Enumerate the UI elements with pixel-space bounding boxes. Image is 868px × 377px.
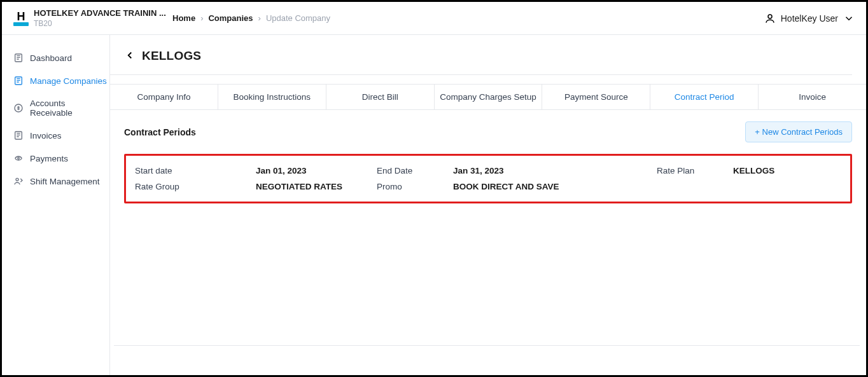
tab-direct-bill[interactable]: Direct Bill (326, 85, 435, 109)
contract-period-card[interactable]: Start date Jan 01, 2023 End Date Jan 31,… (124, 154, 852, 203)
chevron-right-icon: › (258, 13, 261, 23)
chevron-right-icon: › (200, 13, 203, 23)
brand-title: HOTELKEY ADVANCE TRAININ ... (34, 8, 166, 18)
dashboard-icon (13, 53, 24, 63)
section-title: Contract Periods (124, 127, 196, 137)
sidebar-item-manage-companies[interactable]: Manage Companies (13, 69, 109, 92)
label-rate-group: Rate Group (135, 182, 256, 191)
sidebar-item-label: Manage Companies (30, 76, 107, 86)
user-name: HotelKey User (781, 13, 838, 24)
label-start-date: Start date (135, 166, 256, 175)
sidebar-item-label: Accounts Receivable (30, 99, 109, 118)
sidebar: Dashboard Manage Companies Accounts Rece… (2, 35, 110, 375)
label-rate-plan: Rate Plan (657, 166, 733, 175)
value-start-date: Jan 01, 2023 (256, 166, 377, 175)
page-title: KELLOGS (142, 49, 201, 63)
back-button[interactable] (124, 50, 136, 63)
tab-payment-source[interactable]: Payment Source (542, 85, 650, 109)
sidebar-item-label: Shift Management (30, 177, 100, 186)
label-end-date: End Date (377, 166, 453, 175)
footer-divider (114, 345, 860, 346)
sidebar-item-invoices[interactable]: Invoices (13, 124, 109, 147)
tab-company-charges-setup[interactable]: Company Charges Setup (435, 85, 543, 109)
sidebar-item-shift-management[interactable]: Shift Management (13, 170, 109, 193)
tab-invoice[interactable]: Invoice (759, 85, 866, 109)
companies-icon (13, 76, 24, 86)
breadcrumb-companies[interactable]: Companies (208, 13, 253, 23)
svg-point-6 (16, 178, 18, 181)
svg-point-0 (768, 15, 772, 18)
sidebar-item-payments[interactable]: Payments (13, 147, 109, 170)
tab-booking-instructions[interactable]: Booking Instructions (218, 85, 326, 109)
sidebar-item-label: Invoices (30, 131, 62, 141)
value-promo: BOOK DIRECT AND SAVE (453, 182, 657, 191)
brand-subtitle: TB20 (34, 19, 166, 28)
svg-point-5 (18, 158, 20, 160)
brand: H HOTELKEY ADVANCE TRAININ ... TB20 (13, 8, 172, 28)
sidebar-item-label: Dashboard (30, 53, 72, 63)
shift-icon (13, 176, 24, 186)
brand-logo: H (13, 10, 29, 27)
payments-icon (13, 153, 24, 163)
chevron-down-icon (843, 13, 855, 24)
sidebar-item-label: Payments (30, 154, 68, 163)
new-contract-periods-button[interactable]: + New Contract Periods (745, 121, 852, 142)
value-rate-plan: KELLOGS (733, 166, 774, 175)
tab-contract-period[interactable]: Contract Period (650, 85, 759, 109)
breadcrumb-current: Update Company (266, 13, 330, 23)
value-end-date: Jan 31, 2023 (453, 166, 657, 175)
value-rate-group: NEGOTIATED RATES (256, 182, 377, 191)
receivable-icon (13, 103, 24, 113)
breadcrumb: Home › Companies › Update Company (172, 13, 330, 23)
breadcrumb-home[interactable]: Home (172, 13, 195, 23)
tabs: Company Info Booking Instructions Direct… (110, 84, 866, 110)
user-icon (764, 13, 776, 24)
sidebar-item-accounts-receivable[interactable]: Accounts Receivable (13, 92, 109, 124)
sidebar-item-dashboard[interactable]: Dashboard (13, 46, 109, 69)
tab-company-info[interactable]: Company Info (110, 85, 218, 109)
label-promo: Promo (377, 182, 453, 191)
invoices-icon (13, 130, 24, 141)
chevron-left-icon (124, 50, 136, 61)
user-menu[interactable]: HotelKey User (764, 13, 855, 24)
